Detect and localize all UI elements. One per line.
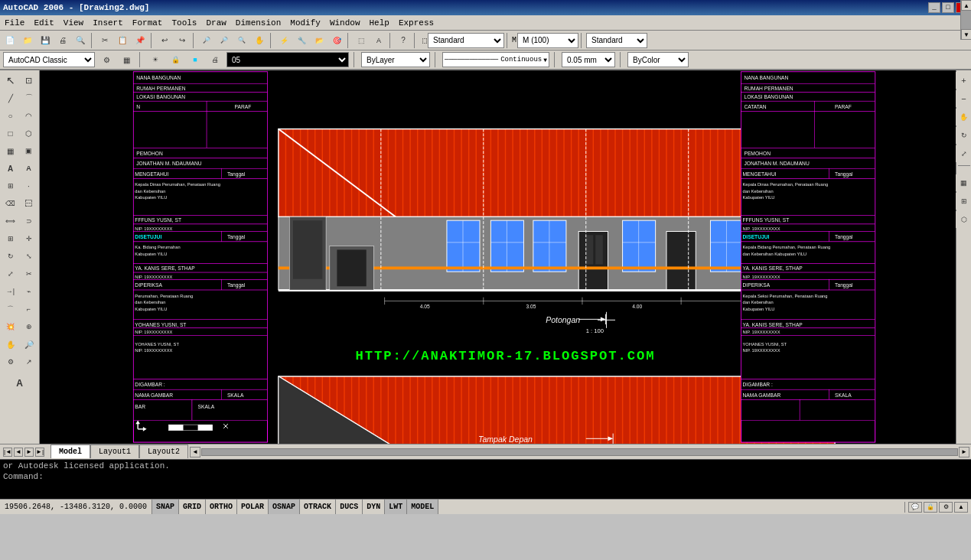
canvas-area[interactable]: NANA BANGUNAN RUMAH PERMANEN LOKASI BANG… — [40, 70, 971, 444]
tb-zoom-extent[interactable]: 🔍 — [233, 32, 250, 49]
tb-prop[interactable]: ⚡ — [275, 32, 292, 49]
lt-hatch[interactable]: ▦ — [2, 142, 19, 159]
tb-help[interactable]: ? — [395, 32, 412, 49]
ortho-btn[interactable]: ORTHO — [206, 500, 237, 514]
tb-attdef[interactable]: A — [370, 32, 387, 49]
lt-properties[interactable]: ⚙ — [2, 353, 19, 370]
lt-move[interactable]: ✛ — [21, 230, 37, 247]
lt-trim[interactable]: ✂ — [21, 265, 37, 282]
lt-stretch[interactable]: ⤢ — [2, 265, 19, 282]
tb-redo[interactable]: ↪ — [174, 32, 191, 49]
lt-matchprop[interactable]: ↗ — [21, 353, 37, 370]
maximize-button[interactable]: □ — [942, 2, 954, 13]
cmd-input-field[interactable] — [47, 472, 968, 481]
lt-circle[interactable]: ○ — [2, 107, 19, 124]
snap-btn[interactable]: SNAP — [152, 500, 179, 514]
lt-copy[interactable]: ⿱ — [21, 195, 37, 212]
lt-pickbox[interactable]: ↖ — [2, 72, 19, 89]
tb-layer[interactable]: 📂 — [311, 32, 327, 49]
tab-next[interactable]: ► — [24, 448, 34, 457]
ducs-btn[interactable]: DUCS — [336, 500, 363, 514]
style-select[interactable]: Standard — [586, 33, 647, 48]
lt-erase[interactable]: ⌫ — [2, 195, 19, 212]
menu-draw[interactable]: Draw — [201, 15, 230, 30]
rt-pan[interactable]: ✋ — [956, 109, 972, 125]
osnap-btn[interactable]: OSNAP — [269, 500, 300, 514]
lt-point[interactable]: · — [21, 177, 37, 194]
lt-chamfer[interactable]: ⌐ — [21, 301, 37, 317]
lt-mirror[interactable]: ⟺ — [2, 213, 19, 230]
polar-btn[interactable]: POLAR — [237, 500, 269, 514]
lt-array[interactable]: ⊞ — [2, 230, 19, 247]
scale-select[interactable]: M (100) — [517, 33, 578, 48]
rt-extents[interactable]: ⤢ — [956, 145, 972, 162]
tab-prev[interactable]: ◄ — [14, 448, 23, 457]
workspace-dropdown[interactable]: AutoCAD Classic — [3, 52, 95, 67]
rt-grid[interactable]: ⊞ — [956, 193, 972, 210]
tb-paste[interactable]: 📌 — [132, 32, 148, 49]
plotstyle-select[interactable]: ByColor — [627, 52, 689, 67]
layer-mgr-btn[interactable]: ⚙ — [98, 51, 115, 68]
tb-copy[interactable]: 📋 — [114, 32, 131, 49]
menu-insert[interactable]: Insert — [88, 15, 128, 30]
otrack-btn[interactable]: OTRACK — [300, 500, 336, 514]
menu-format[interactable]: Format — [128, 15, 168, 30]
rt-zoom-minus[interactable]: − — [956, 90, 972, 107]
tb-preview[interactable]: 🔍 — [72, 32, 89, 49]
cmdscroll-down[interactable]: ▼ — [961, 29, 971, 40]
status-comm-btn[interactable]: 💬 — [908, 502, 922, 513]
status-lock-btn[interactable]: 🔒 — [924, 502, 937, 513]
lt-rectangle[interactable]: □ — [2, 125, 19, 142]
menu-view[interactable]: View — [59, 15, 88, 30]
rt-layers[interactable]: ▦ — [956, 174, 972, 191]
layer-color-btn[interactable]: ■ — [187, 51, 204, 68]
lt-break[interactable]: ⌁ — [21, 283, 37, 300]
tab-layout2[interactable]: Layout2 — [139, 444, 188, 458]
tb-zoom-prev[interactable]: 🔎 — [216, 32, 233, 49]
layer-print-btn[interactable]: 🖨 — [207, 51, 223, 68]
menu-express[interactable]: Express — [394, 15, 438, 30]
tb-match[interactable]: 🔧 — [293, 32, 310, 49]
status-settings-btn[interactable]: ⚙ — [939, 502, 953, 513]
lt-arc[interactable]: ◠ — [21, 107, 37, 124]
tb-open[interactable]: 📁 — [19, 32, 36, 49]
tab-model[interactable]: Model — [51, 444, 90, 458]
tb-pan[interactable]: ✋ — [251, 32, 268, 49]
lt-dim-text[interactable]: A — [3, 375, 37, 392]
workspace-select[interactable]: Standard — [428, 33, 504, 48]
menu-tools[interactable]: Tools — [167, 15, 201, 30]
hscroll-track[interactable] — [201, 448, 958, 456]
menu-modify[interactable]: Modify — [285, 15, 325, 30]
tb-undo[interactable]: ↩ — [156, 32, 173, 49]
tb-print[interactable]: 🖨 — [54, 32, 71, 49]
tab-last[interactable]: ►| — [35, 448, 44, 457]
lineweight-select[interactable]: 0.05 mm — [562, 52, 615, 67]
lt-offset[interactable]: ⊃ — [21, 213, 37, 230]
menu-dimension[interactable]: Dimension — [231, 15, 285, 30]
lt-pan-rt[interactable]: ✋ — [2, 336, 19, 353]
layer-state-btn[interactable]: ☀ — [147, 51, 164, 68]
lwt-btn[interactable]: LWT — [385, 500, 407, 514]
lt-scale[interactable]: ⤡ — [21, 248, 37, 265]
rt-orbit[interactable]: ↻ — [956, 127, 972, 144]
dyn-btn[interactable]: DYN — [363, 500, 385, 514]
hscroll-left[interactable]: ◄ — [190, 447, 200, 457]
menu-window[interactable]: Window — [325, 15, 365, 30]
lt-select[interactable]: ⊡ — [21, 72, 37, 89]
layer-dropdown[interactable]: 05 — [226, 52, 349, 67]
tb-save[interactable]: 💾 — [37, 32, 54, 49]
lt-text[interactable]: A — [2, 160, 19, 177]
rt-zoom-plus[interactable]: + — [956, 72, 972, 89]
lt-polygon[interactable]: ⬡ — [21, 125, 37, 142]
rt-viewcube[interactable]: ⬡ — [956, 211, 972, 228]
grid-btn[interactable]: GRID — [179, 500, 206, 514]
lt-region[interactable]: ▣ — [21, 142, 37, 159]
status-arrow-btn[interactable]: ▲ — [954, 502, 968, 513]
minimize-button[interactable]: _ — [928, 2, 940, 13]
lt-extend[interactable]: →| — [2, 283, 19, 300]
lt-fillet[interactable]: ⌒ — [2, 301, 19, 317]
tb-group[interactable]: ⬚ — [353, 32, 370, 49]
menu-help[interactable]: Help — [365, 15, 394, 30]
menu-edit[interactable]: Edit — [29, 15, 58, 30]
tb-cut[interactable]: ✂ — [96, 32, 113, 49]
